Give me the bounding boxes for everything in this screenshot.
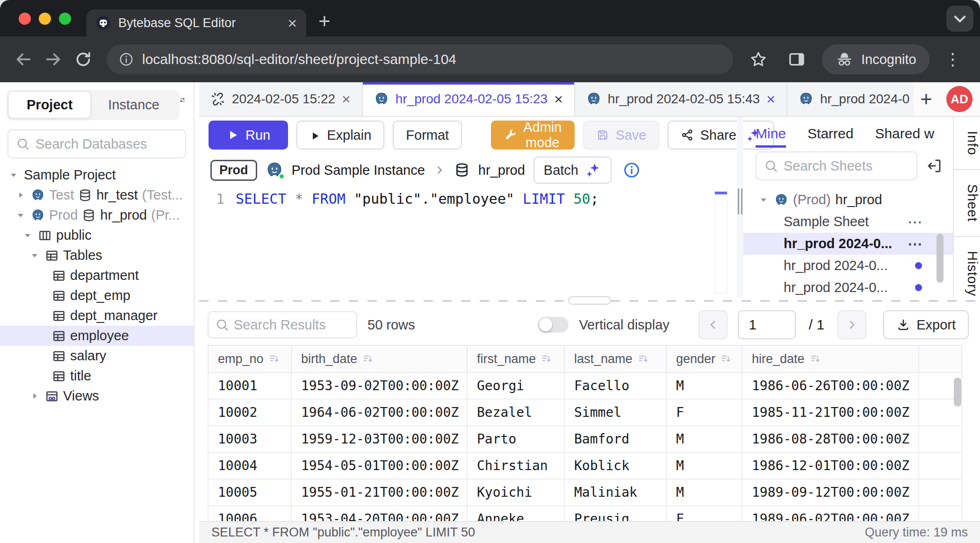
results-scrollbar[interactable] [954, 378, 961, 407]
tree-item-hr_test[interactable]: Testhr_test(Test... [0, 185, 194, 205]
prev-page-button[interactable] [699, 310, 728, 339]
worksheet-tab-1[interactable]: 2024-02-05 15:22× [199, 82, 363, 116]
forward-icon[interactable] [44, 50, 63, 69]
tree-item-hr_prod[interactable]: Prodhr_prod(Pr... [0, 205, 194, 225]
table-cell[interactable]: 10002 [208, 399, 291, 426]
rail-tab-info[interactable]: Info [954, 117, 980, 170]
table-cell[interactable]: Koblick [564, 452, 666, 479]
tree-item-Tables[interactable]: Tables [0, 245, 194, 265]
database-search[interactable] [7, 129, 186, 158]
table-cell[interactable]: 1986-06-26T00:00:00Z [742, 372, 919, 399]
tree-item-employee[interactable]: employee [0, 326, 194, 346]
table-cell[interactable]: Chirstian [467, 452, 564, 479]
sql-statement[interactable]: SELECT * FROM "public"."employee" LIMIT … [236, 191, 599, 207]
filter-sliders-icon[interactable] [180, 97, 185, 114]
more-menu-icon[interactable]: ⋯ [908, 235, 924, 253]
table-cell[interactable]: Anneke [467, 506, 564, 521]
results-search[interactable] [208, 311, 357, 338]
worksheet-tab-3[interactable]: hr_prod 2024-02-05 15:43× [575, 82, 787, 116]
batch-button[interactable]: Batch [533, 157, 612, 184]
close-icon[interactable]: × [766, 92, 775, 107]
close-icon[interactable]: × [554, 92, 563, 107]
tree-item-salary[interactable]: salary [0, 346, 194, 366]
page-number-input[interactable] [738, 310, 796, 339]
side-panel-icon[interactable] [787, 50, 806, 69]
tab-search-button[interactable] [946, 6, 973, 32]
table-cell[interactable]: Facello [564, 372, 666, 399]
table-cell[interactable]: M [666, 452, 742, 479]
close-icon[interactable]: × [342, 92, 351, 107]
table-cell[interactable]: Georgi [467, 372, 564, 399]
table-cell[interactable]: 1989-06-02T00:00:00Z [742, 506, 919, 521]
column-header-birth_date[interactable]: birth_date [291, 345, 467, 372]
tree-item-dept_manager[interactable]: dept_manager [0, 306, 194, 326]
tab-project[interactable]: Project [9, 92, 90, 118]
table-cell[interactable]: 1985-11-21T00:00:00Z [742, 399, 919, 426]
column-header-first_name[interactable]: first_name [467, 345, 564, 372]
user-avatar[interactable]: AD [946, 86, 973, 112]
tree-item-public[interactable]: public [0, 225, 194, 245]
info-icon[interactable] [623, 161, 641, 179]
browser-tab[interactable]: Bytebase SQL Editor × [86, 9, 306, 36]
table-cell[interactable]: M [666, 426, 742, 452]
close-window-button[interactable] [19, 13, 31, 25]
save-button[interactable]: Save [583, 121, 659, 150]
table-cell[interactable]: 10001 [208, 372, 291, 399]
tree-item-dept_emp[interactable]: dept_emp [0, 286, 194, 306]
export-button[interactable]: Export [883, 310, 969, 339]
sheets-tab-starred[interactable]: Starred [807, 120, 853, 148]
window-controls[interactable] [19, 13, 71, 25]
explain-button[interactable]: Explain [296, 121, 384, 150]
sheet-search[interactable] [756, 151, 917, 180]
table-cell[interactable]: 1989-09-12T00:00:00Z [742, 479, 919, 506]
panel-resize-handle[interactable] [738, 188, 742, 214]
column-header-hire_date[interactable]: hire_date [742, 345, 919, 372]
back-icon[interactable] [14, 50, 33, 69]
table-cell[interactable]: M [666, 372, 742, 399]
browser-menu-icon[interactable]: ⋮ [944, 50, 961, 69]
table-cell[interactable]: 10004 [208, 452, 291, 479]
sheet-item-3[interactable]: hr_prod 2024-0... [743, 255, 953, 277]
admin-mode-button[interactable]: Admin mode [491, 121, 575, 150]
table-cell[interactable]: 10003 [208, 426, 291, 452]
worksheet-tab-2[interactable]: hr_prod 2024-02-05 15:23× [363, 82, 575, 116]
table-cell[interactable]: 10005 [208, 479, 291, 506]
tree-item-department[interactable]: department [0, 265, 194, 286]
table-cell[interactable]: 1959-12-03T00:00:00Z [291, 426, 467, 452]
sheet-search-input[interactable] [784, 158, 909, 174]
vertical-display-toggle[interactable] [538, 317, 569, 333]
column-header-last_name[interactable]: last_name [564, 345, 666, 372]
tree-item-Views[interactable]: Views [0, 386, 194, 406]
run-button[interactable]: Run [209, 121, 288, 150]
close-icon[interactable]: × [288, 15, 297, 31]
editor-scrollbar[interactable] [714, 187, 728, 293]
url-bar[interactable]: localhost:8080/sql-editor/sheet/project-… [107, 44, 733, 74]
table-cell[interactable]: 1964-06-02T00:00:00Z [291, 399, 467, 426]
zoom-window-button[interactable] [59, 13, 71, 25]
table-cell[interactable]: 1986-12-01T00:00:00Z [742, 452, 919, 479]
table-cell[interactable]: Kyoichi [467, 479, 564, 506]
column-header-gender[interactable]: gender [666, 345, 742, 372]
sheet-group[interactable]: (Prod)hr_prod [743, 189, 953, 211]
table-cell[interactable]: 1986-08-28T00:00:00Z [742, 426, 919, 452]
more-menu-icon[interactable]: ⋯ [908, 213, 924, 231]
sheet-item-4[interactable]: hr_prod 2024-0... [743, 277, 953, 297]
results-search-input[interactable] [234, 317, 350, 333]
minimize-window-button[interactable] [39, 13, 51, 25]
table-cell[interactable]: 1954-05-01T00:00:00Z [291, 452, 467, 479]
table-cell[interactable]: Simmel [564, 399, 666, 426]
table-cell[interactable]: F [666, 506, 742, 521]
table-cell[interactable]: Parto [467, 426, 564, 452]
page-info-icon[interactable] [119, 52, 134, 67]
new-tab-button[interactable]: + [318, 9, 331, 33]
database-search-input[interactable] [36, 136, 178, 152]
table-cell[interactable]: 1955-01-21T00:00:00Z [291, 479, 467, 506]
table-cell[interactable]: M [666, 479, 742, 506]
new-worksheet-button[interactable]: + [914, 87, 939, 111]
sql-code-editor[interactable]: 1 SELECT * FROM "public"."employee" LIMI… [199, 187, 737, 297]
column-header-emp_no[interactable]: emp_no [208, 345, 291, 372]
table-cell[interactable]: 1953-09-02T00:00:00Z [291, 372, 467, 399]
database-name[interactable]: hr_prod [478, 163, 525, 178]
tab-instance[interactable]: Instance [90, 92, 177, 118]
rail-tab-sheet[interactable]: Sheet [954, 170, 980, 237]
